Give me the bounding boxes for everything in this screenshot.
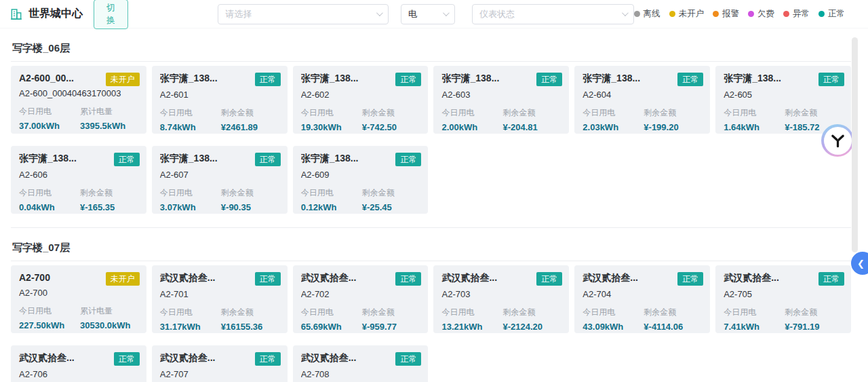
metric-label-1: 今日用电	[301, 307, 362, 318]
metric-value-1: 2.00kWh	[441, 122, 502, 132]
metric-label-1: 今日用电	[19, 106, 80, 117]
legend-item: 欠费	[748, 8, 774, 20]
legend-label: 报警	[722, 8, 739, 20]
status-badge: 正常	[395, 73, 421, 86]
card-grid: A2-700 未开户 A2-700 今日用电 227.50kWh 累计电量 30…	[11, 265, 851, 382]
metric-label-2: 剩余金额	[362, 107, 420, 119]
metric-label-2: 剩余金额	[785, 107, 843, 119]
status-dot-icon	[634, 11, 640, 17]
metric-today: 今日用电 31.17kWh	[160, 307, 221, 332]
meter-status-placeholder: 仪表状态	[479, 8, 515, 20]
metric-balance: 剩余金额 ¥-165.35	[80, 187, 138, 212]
meter-card[interactable]: 张宇潇_138... 正常 A2-602 今日用电 19.30kWh 剩余金额 …	[293, 66, 429, 134]
metric-label-2: 剩余金额	[221, 107, 279, 119]
metric-label-1: 今日用电	[583, 307, 644, 318]
metric-value-2: ¥16155.36	[221, 322, 279, 332]
metric-value-2: ¥-204.81	[502, 122, 561, 132]
legend-item: 离线	[634, 8, 660, 20]
meter-status-select[interactable]: 仪表状态	[472, 4, 633, 24]
metric-label-2: 剩余金额	[80, 187, 138, 199]
metric-today: 今日用电 227.50kWh	[19, 305, 80, 330]
meter-code: A2-606	[19, 170, 138, 180]
status-badge: 正常	[818, 73, 844, 86]
metric-balance: 剩余金额 ¥-742.50	[362, 107, 420, 132]
meter-card[interactable]: 张宇潇_138... 正常 A2-604 今日用电 2.03kWh 剩余金额 ¥…	[574, 66, 710, 134]
status-dot-icon	[748, 11, 754, 17]
metric-label-1: 今日用电	[724, 107, 785, 119]
meter-card[interactable]: 武汉贰拾叁... 正常 A2-706 今日用电 剩余金额	[11, 345, 146, 382]
legend-label: 正常	[828, 8, 845, 20]
meter-code: A2-704	[583, 289, 702, 299]
meter-code: A2-603	[441, 90, 561, 100]
metric-value-1: 19.30kWh	[301, 122, 362, 132]
meter-code: A2-600_00040463170003	[19, 88, 138, 98]
floating-assistant-widget[interactable]	[821, 124, 854, 157]
metric-balance: 剩余金额 ¥-791.19	[785, 307, 843, 332]
legend-label: 未开户	[679, 8, 705, 20]
metric-label-1: 今日用电	[301, 107, 362, 119]
metric-today: 今日用电 0.04kWh	[19, 187, 80, 212]
status-badge: 正常	[536, 73, 562, 86]
meter-code: A2-607	[160, 170, 279, 180]
metric-label-2: 剩余金额	[221, 307, 279, 318]
meter-card[interactable]: 武汉贰拾叁... 正常 A2-703 今日用电 13.21kWh 剩余金额 ¥-…	[433, 265, 569, 333]
metric-value-1: 2.03kWh	[583, 122, 644, 132]
metric-balance: 剩余金额 ¥-90.35	[221, 187, 279, 212]
meter-code: A2-605	[724, 90, 843, 100]
metric-value-2: ¥2461.89	[221, 122, 279, 132]
meter-code: A2-601	[160, 90, 279, 100]
meter-code: A2-609	[301, 170, 420, 180]
metric-label-1: 今日用电	[160, 307, 221, 318]
chevron-left-icon: ❮	[857, 259, 865, 269]
meter-card[interactable]: A2-700 未开户 A2-700 今日用电 227.50kWh 累计电量 30…	[11, 265, 146, 333]
meter-card[interactable]: 武汉贰拾叁... 正常 A2-704 今日用电 43.09kWh 剩余金额 ¥-…	[574, 265, 710, 333]
meter-card[interactable]: 张宇潇_138... 正常 A2-609 今日用电 0.12kWh 剩余金额 ¥…	[293, 146, 429, 214]
meter-card[interactable]: 张宇潇_138... 正常 A2-601 今日用电 8.74kWh 剩余金额 ¥…	[152, 66, 288, 134]
metric-value-1: 8.74kWh	[160, 122, 221, 132]
meter-metrics: 今日用电 31.17kWh 剩余金额 ¥16155.36	[160, 307, 279, 332]
meter-code: A2-702	[301, 289, 420, 299]
metric-today: 今日用电 43.09kWh	[583, 307, 644, 332]
metric-value-1: 37.00kWh	[19, 121, 80, 131]
meter-card[interactable]: 张宇潇_138... 正常 A2-606 今日用电 0.04kWh 剩余金额 ¥…	[11, 146, 146, 214]
switch-project-button[interactable]: 切换	[94, 0, 128, 29]
metric-balance: 剩余金额 ¥-4114.06	[644, 307, 702, 332]
meter-metrics: 今日用电 0.12kWh 剩余金额 ¥-25.45	[301, 187, 420, 212]
project-title: 世界城中心	[28, 7, 83, 21]
meter-card[interactable]: A2-600_00... 未开户 A2-600_00040463170003 今…	[11, 66, 146, 134]
meter-sections: 写字楼_06层 A2-600_00... 未开户 A2-600_00040463…	[0, 28, 868, 382]
meter-metrics: 今日用电 13.21kWh 剩余金额 ¥-2124.20	[441, 307, 561, 332]
meter-card[interactable]: 武汉贰拾叁... 正常 A2-705 今日用电 7.41kWh 剩余金额 ¥-7…	[715, 265, 851, 333]
meter-code: A2-706	[19, 369, 138, 379]
status-badge: 正常	[818, 272, 844, 286]
legend-item: 未开户	[669, 8, 705, 20]
metric-today: 今日用电 3.07kWh	[160, 187, 221, 212]
metric-today: 今日用电 19.30kWh	[301, 107, 362, 132]
meter-card[interactable]: 张宇潇_138... 正常 A2-603 今日用电 2.00kWh 剩余金额 ¥…	[433, 66, 569, 134]
metric-value-1: 3.07kWh	[160, 202, 221, 212]
status-dot-icon	[783, 11, 789, 17]
metric-value-1: 31.17kWh	[160, 322, 221, 332]
vertical-scrollbar-thumb[interactable]	[852, 37, 858, 252]
energy-type-select[interactable]: 电	[401, 4, 455, 24]
metric-value-1: 1.64kWh	[724, 122, 785, 132]
metric-label-1: 今日用电	[583, 107, 644, 119]
metric-today: 今日用电 0.12kWh	[301, 187, 362, 212]
meter-metrics: 今日用电 2.00kWh 剩余金额 ¥-204.81	[441, 107, 561, 132]
meter-card[interactable]: 张宇潇_138... 正常 A2-607 今日用电 3.07kWh 剩余金额 ¥…	[152, 146, 288, 214]
metric-label-1: 今日用电	[441, 107, 502, 119]
floor-section: 写字楼_06层 A2-600_00... 未开户 A2-600_00040463…	[11, 28, 851, 228]
meter-card[interactable]: 张宇潇_138... 正常 A2-605 今日用电 1.64kWh 剩余金额 ¥…	[715, 66, 851, 134]
meter-card[interactable]: 武汉贰拾叁... 正常 A2-707 今日用电 剩余金额	[152, 345, 288, 382]
building-select[interactable]: 请选择	[218, 4, 389, 24]
meter-card[interactable]: 武汉贰拾叁... 正常 A2-702 今日用电 65.69kWh 剩余金额 ¥-…	[293, 265, 429, 333]
meter-card[interactable]: 武汉贰拾叁... 正常 A2-708 今日用电 剩余金额	[293, 345, 429, 382]
metric-label-1: 今日用电	[160, 107, 221, 119]
metric-value-1: 13.21kWh	[441, 322, 502, 332]
metric-label-1: 今日用电	[724, 307, 785, 318]
metric-balance: 剩余金额 ¥2461.89	[221, 107, 279, 132]
meter-code: A2-705	[724, 289, 843, 299]
meter-card[interactable]: 武汉贰拾叁... 正常 A2-701 今日用电 31.17kWh 剩余金额 ¥1…	[152, 265, 288, 333]
meter-metrics: 今日用电 1.64kWh 剩余金额 ¥-185.72	[724, 107, 843, 132]
metric-today: 今日用电 7.41kWh	[724, 307, 785, 332]
